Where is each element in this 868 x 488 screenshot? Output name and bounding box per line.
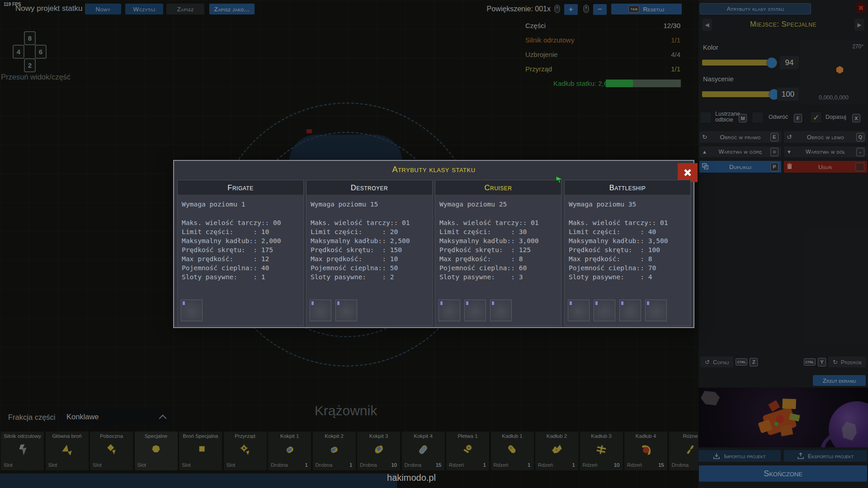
unlock-slot-thumbnail[interactable]	[568, 300, 590, 321]
unlock-slot-thumbnail[interactable]	[490, 300, 512, 321]
modal-close-button[interactable]	[678, 163, 698, 182]
ship-builder-screen: 119 FPS Nowy projekt statku Nowy Wczytaj…	[0, 0, 868, 488]
part-marker-icon	[337, 301, 340, 305]
class-name: Destroyer	[307, 180, 432, 195]
class-required-level: Wymaga poziomu 35	[569, 200, 636, 208]
part-marker-icon	[647, 301, 649, 305]
class-card-cruiser[interactable]: Cruiser Wymaga poziomu 25 Maks. wielość …	[435, 180, 561, 326]
part-marker-icon	[183, 301, 185, 305]
part-marker-icon	[466, 301, 468, 305]
class-stats: Maks. wielość tarczy:: 00 Limit części: …	[182, 218, 281, 282]
unlock-slot-thumbnail[interactable]	[619, 300, 641, 321]
class-required-level: Wymaga poziomu 15	[311, 200, 378, 208]
class-stats: Maks. wielość tarczy:: 01 Limit części: …	[569, 218, 668, 282]
unlock-slot-thumbnail[interactable]	[645, 300, 667, 321]
class-unlock-thumbnails	[568, 300, 667, 321]
class-card-destroyer[interactable]: Destroyer Wymaga poziomu 15 Maks. wieloś…	[306, 180, 433, 326]
class-unlock-thumbnails	[439, 300, 512, 321]
class-stats: Maks. wielość tarczy:: 01 Limit części: …	[439, 218, 539, 282]
modal-title: Atrybuty klasy statku	[174, 165, 693, 174]
class-name: Frigate	[178, 180, 303, 195]
class-unlock-thumbnails	[181, 300, 203, 321]
class-unlock-thumbnails	[310, 300, 357, 321]
unlock-slot-thumbnail[interactable]	[335, 300, 357, 321]
class-name: Cruiser	[435, 180, 561, 195]
part-marker-icon	[570, 301, 572, 305]
mouse-cursor	[555, 175, 563, 185]
ship-class-attributes-modal: Atrybuty klasy statku Frigate Wymaga poz…	[173, 160, 694, 328]
unlock-slot-thumbnail[interactable]	[439, 300, 460, 321]
unlock-slot-thumbnail[interactable]	[310, 300, 331, 321]
class-required-level: Wymaga poziomu 1	[182, 200, 245, 208]
part-marker-icon	[440, 301, 443, 305]
unlock-slot-thumbnail[interactable]	[181, 300, 203, 321]
unlock-slot-thumbnail[interactable]	[594, 300, 615, 321]
class-name: Battleship	[565, 180, 690, 195]
part-marker-icon	[492, 301, 494, 305]
class-card-battleship[interactable]: Battleship Wymaga poziomu 35 Maks. wielo…	[564, 180, 691, 326]
class-required-level: Wymaga poziomu 25	[439, 200, 507, 208]
part-marker-icon	[595, 301, 598, 305]
part-marker-icon	[311, 301, 314, 305]
class-stats: Maks. wielość tarczy:: 01 Limit części: …	[311, 218, 410, 282]
close-icon	[683, 168, 693, 178]
part-marker-icon	[621, 301, 623, 305]
unlock-slot-thumbnail[interactable]	[464, 300, 486, 321]
class-card-frigate[interactable]: Frigate Wymaga poziomu 1 Maks. wielość t…	[177, 180, 304, 326]
